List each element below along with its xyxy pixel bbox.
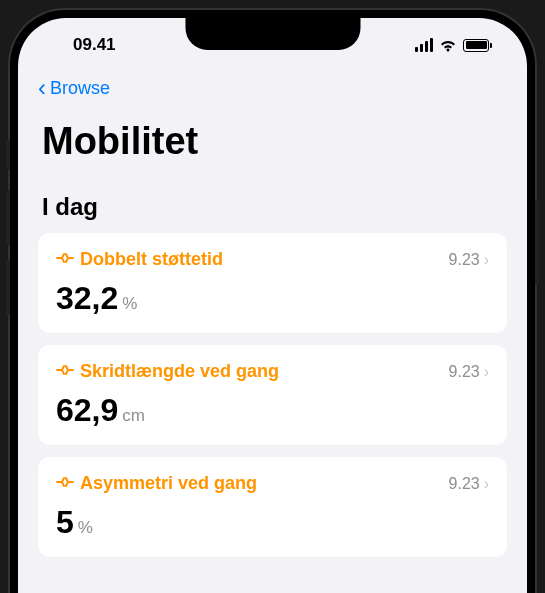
card-header: Dobbelt støttetid 9.23 › [56, 249, 489, 270]
chevron-right-icon: › [484, 475, 489, 493]
cellular-signal-icon [415, 38, 433, 52]
value-unit: % [78, 518, 93, 538]
value-unit: cm [122, 406, 145, 426]
mobility-icon [56, 362, 74, 382]
wifi-icon [439, 39, 457, 52]
back-button[interactable]: ‹ Browse [38, 74, 507, 102]
card-value: 5 % [56, 504, 489, 541]
back-label: Browse [50, 78, 110, 99]
battery-icon [463, 39, 492, 52]
card-timestamp: 9.23 [449, 475, 480, 493]
mobility-icon [56, 250, 74, 270]
value-number: 5 [56, 504, 74, 541]
status-time: 09.41 [48, 35, 116, 55]
volume-down-button [6, 260, 10, 315]
card-title-label: Skridtlængde ved gang [80, 361, 279, 382]
silent-switch [6, 140, 10, 170]
notch [185, 18, 360, 50]
card-double-support-time[interactable]: Dobbelt støttetid 9.23 › 32,2 % [38, 233, 507, 333]
value-number: 32,2 [56, 280, 118, 317]
card-meta: 9.23 › [449, 475, 489, 493]
chevron-right-icon: › [484, 363, 489, 381]
card-title-group: Skridtlængde ved gang [56, 361, 279, 382]
card-value: 32,2 % [56, 280, 489, 317]
value-number: 62,9 [56, 392, 118, 429]
chevron-right-icon: › [484, 251, 489, 269]
card-title-group: Dobbelt støttetid [56, 249, 223, 270]
screen: 09.41 [18, 18, 527, 593]
card-header: Asymmetri ved gang 9.23 › [56, 473, 489, 494]
section-header: I dag [18, 171, 527, 233]
card-step-length[interactable]: Skridtlængde ved gang 9.23 › 62,9 cm [38, 345, 507, 445]
card-meta: 9.23 › [449, 363, 489, 381]
mobility-icon [56, 474, 74, 494]
card-value: 62,9 cm [56, 392, 489, 429]
card-list: Dobbelt støttetid 9.23 › 32,2 % [18, 233, 527, 557]
power-button [535, 200, 539, 285]
card-timestamp: 9.23 [449, 363, 480, 381]
card-title-group: Asymmetri ved gang [56, 473, 257, 494]
card-walking-asymmetry[interactable]: Asymmetri ved gang 9.23 › 5 % [38, 457, 507, 557]
phone-frame: 09.41 [10, 10, 535, 593]
nav-bar: ‹ Browse [18, 62, 527, 102]
value-unit: % [122, 294, 137, 314]
card-meta: 9.23 › [449, 251, 489, 269]
chevron-left-icon: ‹ [38, 74, 46, 102]
card-timestamp: 9.23 [449, 251, 480, 269]
status-indicators [415, 38, 497, 52]
card-header: Skridtlængde ved gang 9.23 › [56, 361, 489, 382]
page-title: Mobilitet [18, 102, 527, 171]
card-title-label: Dobbelt støttetid [80, 249, 223, 270]
volume-up-button [6, 190, 10, 245]
card-title-label: Asymmetri ved gang [80, 473, 257, 494]
